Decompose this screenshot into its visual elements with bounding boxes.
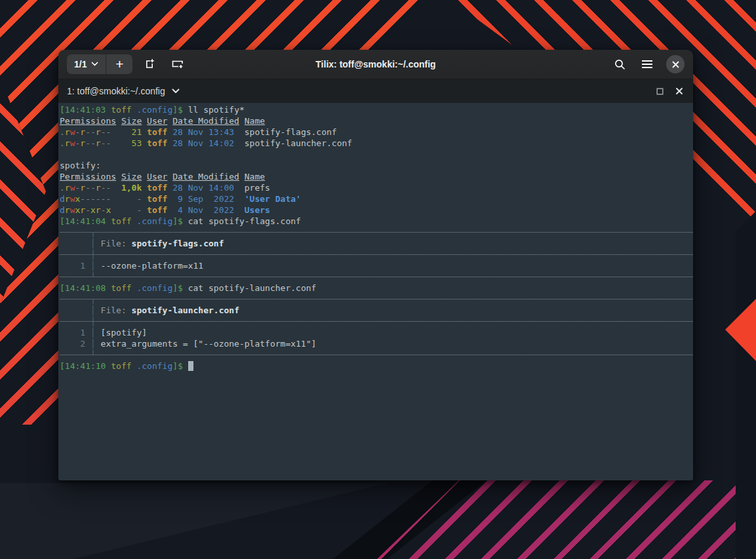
- terminal-line: ──────┼─────────────────────────────────…: [60, 249, 693, 260]
- terminal-line: [14:41:04 toff .config]$ cat spotify-fla…: [60, 216, 693, 227]
- window-close-button[interactable]: [666, 55, 685, 73]
- terminal-line: drwx------ - toff 9 Sep 2022 'User Data': [60, 193, 693, 204]
- new-session-button[interactable]: +: [106, 54, 132, 74]
- tab-session-title[interactable]: 1: toff@smokki:~/.config: [67, 86, 180, 96]
- terminal-line: .rw-r--r-- 53 toff 28 Nov 14:02 spotify-…: [60, 138, 693, 149]
- terminal-line: [14:41:03 toff .config]$ ll spotify*: [60, 104, 693, 115]
- close-icon: [672, 61, 679, 68]
- terminal-line: spotify:: [60, 160, 693, 171]
- terminal-line: 2 │ extra_arguments = ["--ozone-platform…: [60, 338, 693, 349]
- headerbar-right-controls: [608, 54, 685, 74]
- window-headerbar: 1/1 + Tilix: toff@smokki:~/.config: [58, 50, 693, 79]
- chevron-down-icon: [172, 88, 180, 94]
- plus-icon: +: [115, 57, 123, 71]
- terminal-line: ──────┬─────────────────────────────────…: [60, 227, 693, 238]
- maximize-terminal-button[interactable]: [655, 87, 665, 96]
- terminal-line: Permissions Size User Date Modified Name: [60, 171, 693, 182]
- terminal-line: ──────┼─────────────────────────────────…: [60, 316, 693, 327]
- terminal-line: │ File: spotify-flags.conf: [60, 238, 693, 249]
- tab-title-label: 1: toff@smokki:~/.config: [67, 86, 165, 96]
- terminal-line: [14:41:08 toff .config]$ cat spotify-lau…: [60, 282, 693, 294]
- terminal-line: drwxr-xr-x - toff 4 Nov 2022 Users: [60, 204, 693, 216]
- session-controls: 1/1 +: [67, 54, 132, 74]
- split-down-icon: [171, 59, 184, 69]
- tabbar-right-controls: [655, 86, 685, 96]
- window-title: Tilix: toff@smokki:~/.config: [315, 59, 435, 69]
- terminal-line: 1 │ --ozone-platform=x11: [60, 260, 693, 271]
- chevron-down-icon: [91, 62, 98, 67]
- hamburger-menu-icon: [641, 60, 653, 69]
- search-icon: [614, 59, 626, 70]
- terminal-line: Permissions Size User Date Modified Name: [60, 115, 693, 126]
- split-terminal-down-button[interactable]: [167, 54, 189, 74]
- session-indicator-label: 1/1: [74, 59, 87, 69]
- terminal-line: ──────┴─────────────────────────────────…: [60, 271, 693, 282]
- terminal-line: .rw-r--r-- 1,0k toff 28 Nov 14:00 prefs: [60, 182, 693, 193]
- terminal-line: │ File: spotify-launcher.conf: [60, 305, 693, 316]
- search-button[interactable]: [608, 54, 631, 74]
- session-indicator-button[interactable]: 1/1: [67, 54, 106, 74]
- menu-button[interactable]: [636, 54, 658, 74]
- terminal-line: [60, 149, 693, 160]
- terminal-line: 1 │ [spotify]: [60, 327, 693, 338]
- terminal-line: .rw-r--r-- 21 toff 28 Nov 13:43 spotify-…: [60, 126, 693, 138]
- terminal-line: [14:41:10 toff .config]$: [60, 360, 693, 372]
- close-terminal-button[interactable]: [674, 86, 685, 96]
- terminal-line: ──────┬─────────────────────────────────…: [60, 294, 693, 305]
- tilix-window: 1/1 + Tilix: toff@smokki:~/.config: [58, 50, 693, 480]
- split-right-icon: [144, 58, 155, 70]
- close-icon: [675, 87, 683, 95]
- maximize-pane-icon: [656, 88, 664, 95]
- terminal-output[interactable]: [14:41:03 toff .config]$ ll spotify*Perm…: [58, 103, 693, 480]
- terminal-line: ──────┴─────────────────────────────────…: [60, 349, 693, 360]
- split-terminal-right-button[interactable]: [138, 54, 161, 74]
- terminal-tabbar: 1: toff@smokki:~/.config: [58, 79, 693, 103]
